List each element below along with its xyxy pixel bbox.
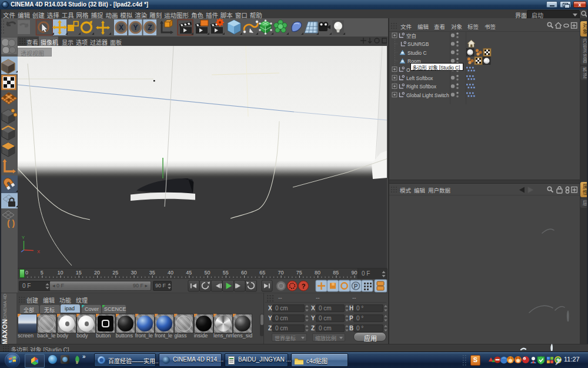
svg-text:70: 70 — [278, 270, 283, 276]
svg-text:?: ? — [302, 283, 306, 290]
svg-text:20: 20 — [94, 270, 100, 276]
svg-text:0: 0 — [25, 270, 28, 276]
svg-text:X: X — [37, 249, 40, 254]
svg-text:65: 65 — [259, 270, 265, 276]
svg-text:Global Light Switch: Global Light Switch — [406, 92, 449, 98]
svg-text:60: 60 — [241, 270, 247, 276]
svg-text:40: 40 — [168, 270, 173, 276]
svg-text:空白: 空白 — [406, 33, 416, 39]
svg-text:Z: Z — [148, 24, 152, 32]
svg-text:10: 10 — [57, 270, 63, 276]
svg-text:25: 25 — [112, 270, 118, 276]
svg-text:5: 5 — [41, 270, 44, 276]
svg-text:Y: Y — [133, 24, 138, 32]
svg-text:Left Softbox: Left Softbox — [406, 75, 433, 81]
svg-text:80: 80 — [315, 270, 320, 276]
svg-text:Y: Y — [22, 235, 25, 240]
svg-text:50: 50 — [204, 270, 210, 276]
svg-text:30: 30 — [131, 270, 136, 276]
svg-text:90: 90 — [351, 270, 357, 276]
svg-text:Studio C: Studio C — [407, 50, 427, 56]
svg-text:75: 75 — [296, 270, 302, 276]
svg-text:55: 55 — [223, 270, 229, 276]
svg-text:85: 85 — [333, 270, 339, 276]
svg-text:O: O — [406, 67, 410, 73]
svg-text:15: 15 — [76, 270, 82, 276]
svg-text:Right Softbox: Right Softbox — [406, 84, 437, 89]
svg-text:P: P — [354, 283, 358, 290]
svg-text:X: X — [119, 24, 123, 32]
svg-text:35: 35 — [149, 270, 155, 276]
svg-text:SUNRGB: SUNRGB — [407, 41, 429, 47]
svg-text:45: 45 — [186, 270, 192, 276]
svg-text:( ): ( ) — [7, 218, 15, 228]
